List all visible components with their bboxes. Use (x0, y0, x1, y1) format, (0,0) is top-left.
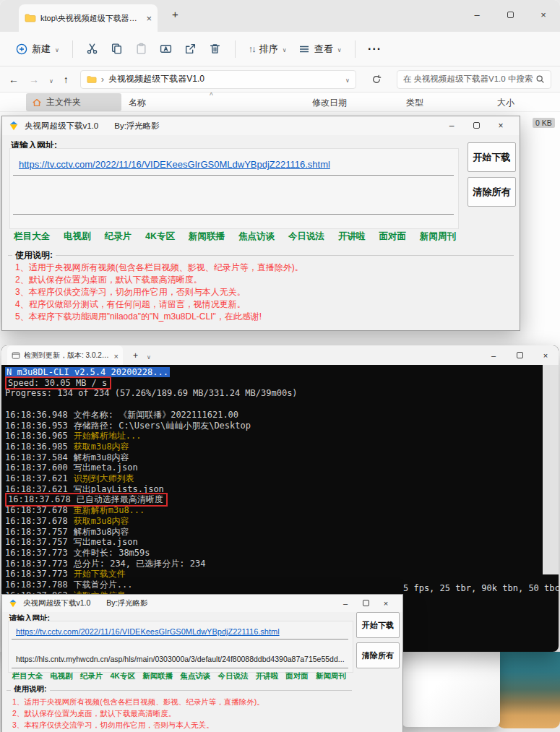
rename-button[interactable] (154, 37, 178, 61)
maximize-button[interactable] (507, 351, 533, 360)
new-tab-button[interactable] (133, 351, 138, 360)
usage-label: 使用说明: (12, 249, 56, 262)
close-button[interactable] (488, 121, 513, 131)
dialog-title-bar[interactable]: 央视网超级下载v1.0 By:浮光略影 (2, 595, 402, 612)
category-link[interactable]: 新闻周刊 (420, 231, 456, 243)
category-link[interactable]: 4K专区 (111, 671, 135, 681)
sidebar-item-home[interactable]: 主文件夹 (26, 93, 121, 111)
console-line: 16:18:37.600写出meta.json (5, 462, 559, 473)
close-button[interactable] (527, 9, 560, 20)
close-button[interactable] (533, 351, 559, 360)
category-link[interactable]: 纪录片 (80, 671, 103, 681)
breadcrumb-separator (101, 74, 104, 84)
terminal-icon (12, 351, 20, 360)
log-timestamp: 16:18:37.773 (5, 548, 68, 558)
close-button[interactable] (376, 599, 396, 608)
app-icon (9, 599, 17, 608)
up-button[interactable] (64, 74, 69, 85)
delete-button[interactable] (203, 37, 228, 61)
page-url-link[interactable]: https://tv.cctv.com/2022/11/16/VIDEKeesG… (19, 159, 330, 170)
category-link[interactable]: 纪录片 (105, 231, 132, 243)
dialog-window-controls (439, 121, 513, 131)
minimize-button[interactable] (439, 121, 464, 131)
url-input-area[interactable]: https://tv.cctv.com/2022/11/16/VIDEKeesG… (8, 621, 353, 673)
category-link[interactable]: 电视剧 (64, 231, 91, 243)
category-link[interactable]: 开讲啦 (338, 231, 366, 243)
address-dropdown-icon[interactable] (345, 75, 350, 84)
column-header-size[interactable]: 大小 (497, 97, 514, 109)
tab-dropdown-icon[interactable] (147, 350, 151, 361)
paste-button[interactable] (129, 37, 154, 61)
log-message: 总分片: 234, 已选择分片: 234 (74, 559, 206, 569)
copy-button[interactable] (105, 37, 129, 61)
category-link[interactable]: 新闻联播 (189, 231, 225, 243)
breadcrumb[interactable]: 央视视频超级下载器V1.0 (108, 73, 204, 85)
category-link[interactable]: 今日说法 (288, 231, 324, 243)
sort-arrows-icon (249, 44, 255, 53)
file-size-fragment: 0 KB (533, 118, 555, 128)
terminal-tab[interactable]: 检测到更新，版本: 3.0.2! 新版 (7, 345, 123, 365)
console-line: 16:18:36.985获取m3u8内容 (5, 442, 559, 452)
folder-icon (25, 12, 36, 24)
more-options-button[interactable] (363, 37, 387, 61)
maximize-button[interactable] (356, 599, 376, 608)
category-link[interactable]: 焦点访谈 (238, 231, 275, 243)
console-line: 16:18:37.678已自动选择最高清晰度 (5, 493, 168, 507)
explorer-tab[interactable]: ktop\央视视频超级下载器V1.0 (19, 4, 158, 32)
minimize-button[interactable] (481, 351, 507, 360)
back-button[interactable] (9, 74, 19, 85)
url-input-area[interactable]: https://tv.cctv.com/2022/11/16/VIDEKeesG… (9, 148, 459, 229)
new-item-button[interactable]: 新建 (10, 38, 65, 60)
category-link[interactable]: 4K专区 (145, 231, 175, 243)
cut-button[interactable] (80, 37, 105, 61)
terminal-title-bar[interactable]: 检测到更新，版本: 3.0.2! 新版 (1, 345, 559, 365)
category-link[interactable]: 新闻联播 (142, 671, 173, 681)
category-link[interactable]: 电视剧 (50, 671, 73, 681)
explorer-window-controls (460, 0, 560, 29)
maximize-button[interactable] (494, 9, 527, 20)
maximize-button[interactable] (464, 121, 488, 131)
log-message: 重新解析m3u8... (74, 505, 145, 515)
column-header-name[interactable]: 名称 (129, 97, 146, 109)
search-icon (535, 74, 545, 84)
new-tab-button[interactable] (172, 9, 178, 20)
share-button[interactable] (178, 37, 203, 61)
dialog-title: 央视网超级下载v1.0 (25, 121, 98, 132)
page-url-link[interactable]: https://tv.cctv.com/2022/11/16/VIDEKeesG… (16, 627, 280, 636)
clear-all-button[interactable]: 清除所有 (356, 642, 400, 668)
minimize-button[interactable] (335, 599, 356, 608)
tab-close-icon[interactable] (146, 12, 152, 24)
chevron-down-icon (283, 44, 287, 53)
minimize-button[interactable] (460, 9, 494, 20)
dialog-byline: By:浮光略影 (106, 598, 147, 608)
explorer-tab-bar: ktop\央视视频超级下载器V1.0 (0, 0, 560, 32)
category-link[interactable]: 开讲啦 (256, 671, 279, 681)
address-input[interactable]: 央视视频超级下载器V1.0 (80, 70, 356, 89)
tab-close-icon[interactable] (114, 350, 119, 361)
column-header-type[interactable]: 类型 (406, 97, 423, 109)
category-link[interactable]: 焦点访谈 (180, 671, 210, 681)
category-link[interactable]: 新闻周刊 (316, 671, 346, 681)
category-link[interactable]: 栏目大全 (12, 671, 43, 681)
category-link[interactable]: 今日说法 (217, 671, 248, 681)
category-link[interactable]: 面对面 (285, 671, 309, 681)
start-download-button[interactable]: 开始下载 (468, 142, 516, 172)
stream-url-text[interactable]: https://hls.cntv.myhwcdn.cn/asp/hls/main… (16, 655, 345, 663)
search-input[interactable]: 在 央视视频超级下载器V1.0 中搜索 (397, 70, 551, 89)
toolbar-divider (72, 40, 73, 58)
category-link[interactable]: 栏目大全 (14, 231, 50, 243)
console-line: 16:18:36.953存储路径: C:\Users\屾屾小朋友\Desktop (5, 421, 559, 431)
start-download-button[interactable]: 开始下载 (356, 612, 400, 638)
terminal-scrollbar[interactable] (543, 365, 559, 574)
log-message: 下载首分片... (74, 580, 133, 590)
refresh-button[interactable] (366, 70, 387, 89)
history-chevron-icon[interactable] (49, 74, 53, 85)
sort-button[interactable]: 排序 (243, 38, 293, 60)
console-line: 16:18:37.773总分片: 234, 已选择分片: 234 (5, 559, 559, 569)
column-header-date[interactable]: 修改日期 (312, 97, 347, 109)
category-link[interactable]: 面对面 (379, 231, 406, 243)
dialog-title-bar[interactable]: 央视网超级下载v1.0 By:浮光略影 (2, 116, 520, 135)
forward-button[interactable] (29, 74, 39, 85)
view-button[interactable]: 查看 (293, 38, 348, 60)
clear-all-button[interactable]: 清除所有 (468, 177, 516, 207)
